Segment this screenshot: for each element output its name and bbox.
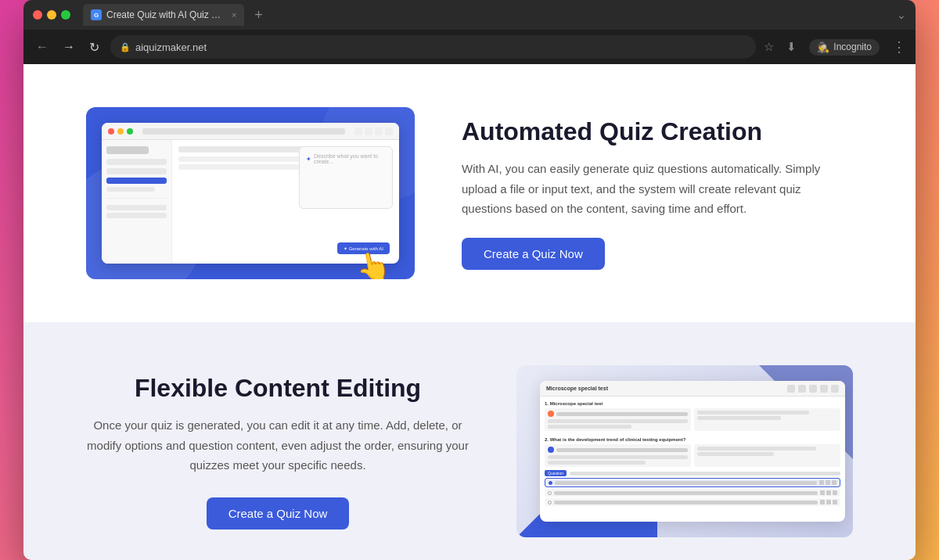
mock-window-title: Microscope special test xyxy=(546,386,608,391)
incognito-label: Incognito xyxy=(833,41,872,52)
mock-dot-green xyxy=(127,128,133,135)
quiz-right-panel-2 xyxy=(694,444,840,467)
mock-option-b-icons xyxy=(820,490,837,495)
mock-input-area: ✦ Describe what you want to create... xyxy=(299,146,393,209)
section2-title: Flexible Content Editing xyxy=(86,373,470,403)
download-icon[interactable]: ⬇ xyxy=(786,40,797,54)
quiz-left-panel-1 xyxy=(545,408,691,431)
section2-cta-button[interactable]: Create a Quiz Now xyxy=(207,497,350,529)
browser-menu-button[interactable]: ⋮ xyxy=(892,38,906,56)
toolbar-icons: ☆ ⬇ 🕵 Incognito ⋮ xyxy=(764,38,906,56)
mock-ctrl-3 xyxy=(809,385,817,393)
tab-bar: G Create Quiz with AI Quiz Mak... × + ⌄ xyxy=(83,4,906,26)
mock-icon-6 xyxy=(833,490,837,495)
mock-radio-c xyxy=(548,501,552,504)
mock-titlebar-2: Microscope special test xyxy=(540,381,845,397)
mock-option-c-text xyxy=(554,501,818,504)
mock-quiz-item-2: 2. What is the development trend of clin… xyxy=(545,437,840,506)
mock-option-b xyxy=(545,489,840,497)
quiz-question-num-2: 2. What is the development trend of clin… xyxy=(545,437,840,442)
mock-main-1: ✦ Describe what you want to create... ✦ … xyxy=(172,140,399,264)
mock-icon-3 xyxy=(832,480,836,485)
mock-radio-a xyxy=(549,481,552,485)
minimize-window-button[interactable] xyxy=(47,10,56,20)
mock-window-1: ✦ Describe what you want to create... ✦ … xyxy=(102,123,399,264)
mock-icon-9 xyxy=(833,500,837,504)
feature-screenshot-1: ✦ Describe what you want to create... ✦ … xyxy=(86,107,415,279)
mock-dot-red xyxy=(108,128,114,135)
quiz-right-panel-1 xyxy=(694,408,840,431)
mock-quiz-body-2: 1. Microscope special test xyxy=(540,397,845,517)
page-content: ✦ Describe what you want to create... ✦ … xyxy=(23,64,916,560)
incognito-badge: 🕵 Incognito xyxy=(809,39,880,56)
address-bar[interactable]: 🔒 aiquizmaker.net xyxy=(110,35,756,59)
mock-option-a xyxy=(545,478,840,487)
mock-options-list: Question xyxy=(545,470,840,506)
section1-text: Automated Quiz Creation With AI, you can… xyxy=(462,117,853,270)
mock-option-b-text xyxy=(554,491,818,495)
mock-ctrl-1 xyxy=(787,385,795,393)
traffic-lights xyxy=(33,10,70,20)
section2-description: Once your quiz is generated, you can edi… xyxy=(86,415,470,476)
browser-titlebar: G Create Quiz with AI Quiz Mak... × + ⌄ xyxy=(23,0,916,30)
mock-icon-2 xyxy=(826,480,830,485)
mock-quiz-item-1: 1. Microscope special test xyxy=(545,401,840,431)
window-controls-right: ⌄ xyxy=(897,8,906,22)
back-button[interactable]: ← xyxy=(33,37,52,57)
section1-cta-button[interactable]: Create a Quiz Now xyxy=(462,238,605,270)
mock-input-placeholder: ✦ Describe what you want to create... xyxy=(306,153,386,164)
tab-favicon: G xyxy=(91,9,102,20)
section1-title: Automated Quiz Creation xyxy=(462,117,853,146)
section2-text: Flexible Content Editing Once your quiz … xyxy=(86,373,470,529)
mock-ctrl-4 xyxy=(820,385,828,393)
mock-window-controls xyxy=(787,385,839,393)
maximize-window-button[interactable] xyxy=(61,10,70,20)
mock-radio-b xyxy=(548,491,552,495)
browser-window: G Create Quiz with AI Quiz Mak... × + ⌄ … xyxy=(23,0,916,560)
mock-icon-8 xyxy=(826,500,831,504)
mock-window-2: Microscope special test xyxy=(540,381,845,522)
mock-dot-yellow xyxy=(117,128,124,135)
tab-title: Create Quiz with AI Quiz Mak... xyxy=(106,9,224,20)
url-display: aiquizmaker.net xyxy=(135,41,207,53)
browser-toolbar: ← → ↻ 🔒 aiquizmaker.net ☆ ⬇ 🕵 Incognito … xyxy=(23,30,916,64)
chevron-down-icon[interactable]: ⌄ xyxy=(897,9,906,21)
mock-ctrl-5 xyxy=(831,385,839,393)
refresh-button[interactable]: ↻ xyxy=(86,37,103,58)
mock-icon-4 xyxy=(820,490,825,495)
mock-icon-5 xyxy=(826,490,831,495)
mock-body-1: ✦ Describe what you want to create... ✦ … xyxy=(102,140,399,264)
mock-text-line-2 xyxy=(548,455,688,459)
mock-option-a-text xyxy=(555,481,817,485)
section-automated-quiz: ✦ Describe what you want to create... ✦ … xyxy=(23,64,916,322)
mock-option-c xyxy=(545,498,840,506)
quiz-question-content-1 xyxy=(545,408,840,431)
active-tab[interactable]: G Create Quiz with AI Quiz Mak... × xyxy=(83,4,244,26)
tab-close-button[interactable]: × xyxy=(232,10,236,20)
hand-cursor-icon: 👆 xyxy=(354,247,394,279)
feature-screenshot-2: Microscope special test xyxy=(516,365,853,537)
quiz-question-num-1: 1. Microscope special test xyxy=(545,401,840,406)
bookmark-icon[interactable]: ☆ xyxy=(764,40,774,54)
section1-description: With AI, you can easily generate quiz qu… xyxy=(462,159,853,219)
mock-icon-1 xyxy=(819,480,824,485)
mock-text-line xyxy=(548,419,688,423)
mock-titlebar-1 xyxy=(102,123,399,140)
mock-option-c-icons xyxy=(820,500,837,504)
mock-sidebar-1 xyxy=(102,140,172,264)
incognito-icon: 🕵 xyxy=(817,41,829,53)
close-window-button[interactable] xyxy=(33,10,42,20)
quiz-question-content-2 xyxy=(545,444,840,467)
quiz-left-panel-2 xyxy=(545,444,691,467)
mock-icon-7 xyxy=(820,500,825,504)
mock-option-a-icons xyxy=(819,480,836,485)
lock-icon: 🔒 xyxy=(120,42,131,52)
section-flexible-editing: Flexible Content Editing Once your quiz … xyxy=(23,322,916,560)
forward-button[interactable]: → xyxy=(59,37,78,57)
mock-ctrl-2 xyxy=(798,385,806,393)
new-tab-button[interactable]: + xyxy=(249,5,268,24)
